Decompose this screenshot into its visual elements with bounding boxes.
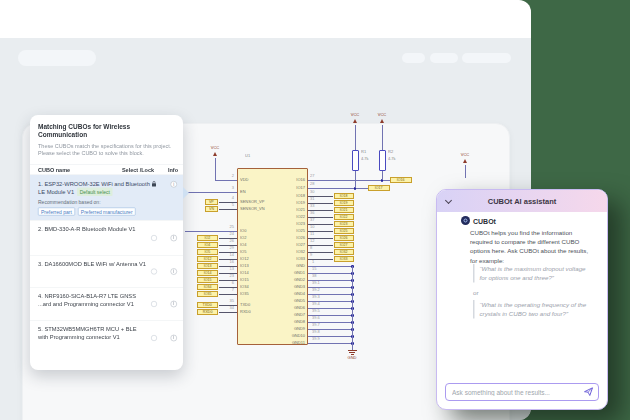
example-question-1: “What is the maximum dropout voltage for…: [473, 264, 589, 283]
ai-panel-title: CUBOt AI assistant: [488, 197, 557, 206]
column-select-lock: Select /Lock: [122, 167, 154, 173]
cubo-row[interactable]: 5. STM32WB5MMGH6TR MCU + BLE with Progra…: [30, 320, 183, 355]
default-select-badge: Default select: [77, 188, 112, 197]
info-icon[interactable]: i: [171, 268, 178, 275]
info-icon[interactable]: i: [171, 181, 178, 188]
cubot-logo-icon: [464, 219, 468, 223]
cubot-avatar: [461, 216, 470, 225]
recommendation-tags: Preferred partPreferred manufacturer: [38, 205, 151, 216]
example-question-2: “What is the operating frequency of the …: [473, 300, 589, 319]
radio-select[interactable]: [151, 301, 157, 307]
send-icon[interactable]: [583, 386, 594, 397]
cubo-row-label: 4. NRF9160-SICA-B1A-R7 LTE GNSS ...ard a…: [38, 292, 148, 308]
radio-select[interactable]: [151, 268, 157, 274]
info-icon[interactable]: i: [171, 301, 178, 308]
tag-preferred-manufacturer: Preferred manufacturer: [78, 208, 136, 216]
cubo-row-label: 5. STM32WB5MMGH6TR MCU + BLE with Progra…: [38, 325, 148, 341]
cubo-row-label: 2. BMD-330-A-R Bluetooth Module V1: [38, 225, 148, 233]
example-separator: or: [473, 289, 479, 296]
panel-title: Matching CUBOs for Wireless Communicatio…: [38, 123, 175, 138]
radio-select[interactable]: [151, 335, 157, 341]
page-background: U1VDD2EN3SENSOR_VP4VPSENSOR_VN5VNIO025IO…: [0, 0, 630, 420]
skeleton-pill: [18, 50, 96, 66]
info-icon[interactable]: i: [171, 335, 178, 342]
cubo-row[interactable]: 4. NRF9160-SICA-B1A-R7 LTE GNSS ...ard a…: [30, 287, 183, 320]
ai-panel-header[interactable]: CUBOt AI assistant: [437, 190, 607, 212]
chat-input[interactable]: [445, 383, 599, 401]
bot-name: CUBOt: [473, 217, 496, 225]
matching-cubos-panel: Matching CUBOs for Wireless Communicatio…: [30, 115, 183, 370]
cubo-row-label: 3. DA16600MOD BLE WiFi w/ Antenna V1: [38, 260, 148, 268]
chevron-down-icon[interactable]: [445, 197, 452, 204]
panel-subtitle: These CUBOs match the specifications for…: [38, 142, 175, 157]
column-cubo-name: CUBO name: [38, 167, 70, 173]
cubo-row-label: 1. ESP32-WROOM-32E WiFi and Bluetooth LE…: [38, 179, 151, 196]
radio-select[interactable]: [151, 235, 157, 241]
selection-pointer-arrow: [183, 187, 189, 199]
column-info: Info: [168, 167, 178, 173]
cubo-row-selected[interactable]: 1. ESP32-WROOM-32E WiFi and Bluetooth LE…: [30, 175, 183, 220]
bot-intro-text: CUBOt helps you find the information req…: [470, 228, 593, 265]
tag-preferred-part: Preferred part: [38, 208, 75, 216]
ai-assistant-panel: CUBOt AI assistant CUBOt CUBOt helps you…: [436, 189, 608, 410]
lock-icon[interactable]: [151, 180, 157, 187]
table-header: CUBO name Select /Lock Info: [30, 164, 183, 175]
cubo-row[interactable]: 2. BMD-330-A-R Bluetooth Module V1 i: [30, 220, 183, 255]
skeleton-pill: [402, 53, 425, 63]
cubo-row[interactable]: 3. DA16600MOD BLE WiFi w/ Antenna V1 i: [30, 255, 183, 287]
info-icon[interactable]: i: [171, 235, 178, 242]
skeleton-pill: [430, 53, 458, 63]
skeleton-pill: [462, 53, 511, 63]
